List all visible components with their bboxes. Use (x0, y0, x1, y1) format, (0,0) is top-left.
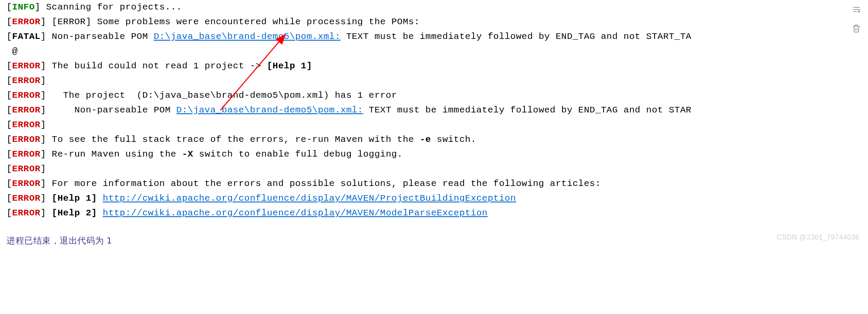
console-link[interactable]: D:\java_base\brand-demo5\pom.xml: (176, 105, 363, 115)
log-level-fatal: FATAL (12, 32, 41, 42)
log-level-error: ERROR (12, 179, 41, 189)
log-level-error: ERROR (12, 17, 41, 27)
exit-prefix: 进程已结束，退出代码为 (6, 236, 107, 245)
console-toolbar (851, 4, 862, 34)
console-line: [ERROR] The build could not read 1 proje… (6, 59, 862, 74)
log-level-info: INFO (12, 2, 35, 12)
exit-code: 1 (107, 235, 112, 246)
bold-text: [Help 1] (267, 61, 312, 71)
console-line: [ERROR] [Help 2] http://cwiki.apache.org… (6, 206, 862, 221)
log-level-error: ERROR (12, 149, 41, 159)
console-line: [ERROR] (6, 118, 862, 132)
log-level-error: ERROR (12, 193, 41, 203)
console-line: [ERROR] [ERROR] Some problems were encou… (6, 15, 862, 29)
bold-text: [Help 2] (52, 208, 97, 218)
log-level-error: ERROR (12, 120, 41, 130)
process-exit-line: 进程已结束，退出代码为 1 (6, 234, 862, 247)
watermark: CSDN @2301_79744036 (777, 232, 859, 243)
console-line: [ERROR] [Help 1] http://cwiki.apache.org… (6, 191, 862, 206)
console-line: [ERROR] To see the full stack trace of t… (6, 132, 862, 147)
console-link[interactable]: http://cwiki.apache.org/confluence/displ… (103, 193, 516, 203)
log-level-error: ERROR (12, 105, 41, 115)
console-output: [INFO] Scanning for projects...[ERROR] [… (6, 0, 862, 221)
console-line: [ERROR] (6, 74, 862, 88)
console-link[interactable]: http://cwiki.apache.org/confluence/displ… (103, 208, 488, 218)
bold-text: -X (182, 149, 193, 159)
console-line: [ERROR] Non-parseable POM D:\java_base\b… (6, 103, 862, 118)
log-level-error: ERROR (12, 208, 41, 218)
trash-icon[interactable] (851, 23, 862, 34)
console-link[interactable]: D:\java_base\brand-demo5\pom.xml: (154, 32, 340, 42)
console-line: [INFO] Scanning for projects... (6, 0, 862, 15)
console-line: @ (6, 44, 862, 59)
bold-text: -e (420, 135, 431, 144)
console-line: [ERROR] (6, 162, 862, 176)
console-line: [FATAL] Non-parseable POM D:\java_base\b… (6, 29, 862, 44)
console-line: [ERROR] Re-run Maven using the -X switch… (6, 147, 862, 162)
log-level-error: ERROR (12, 61, 41, 71)
log-level-error: ERROR (12, 164, 41, 174)
log-level-error: ERROR (12, 76, 41, 86)
console-line: [ERROR] For more information about the e… (6, 176, 862, 191)
console-line: [ERROR] The project (D:\java_base\brand-… (6, 88, 862, 103)
log-level-error: ERROR (12, 135, 41, 144)
log-level-error: ERROR (12, 90, 41, 100)
bold-text: [Help 1] (52, 193, 97, 203)
soft-wrap-icon[interactable] (851, 4, 862, 15)
